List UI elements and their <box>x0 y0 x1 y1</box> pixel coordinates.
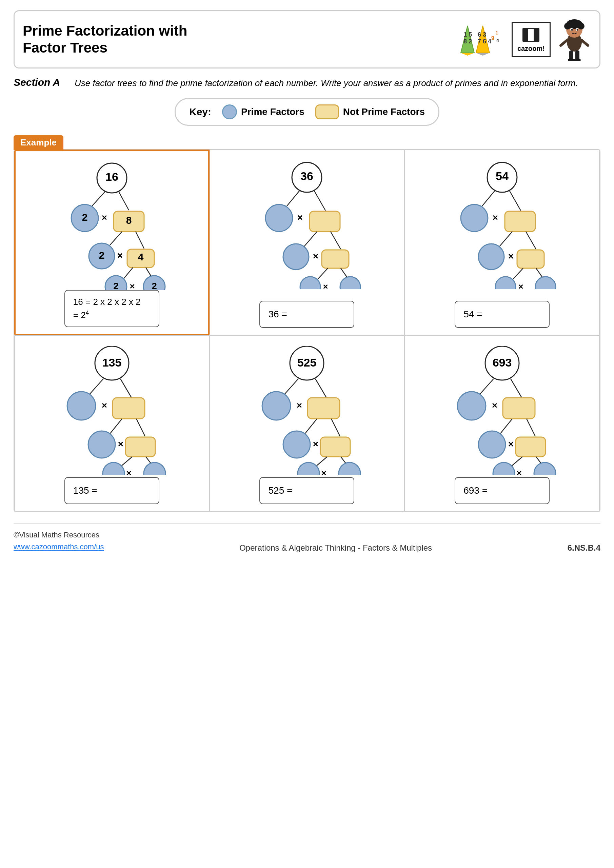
answer-693: 693 = <box>455 477 550 504</box>
svg-rect-91 <box>113 398 145 419</box>
svg-rect-130 <box>516 437 546 457</box>
section-a: Section A Use factor trees to find the p… <box>14 77 600 90</box>
svg-point-118 <box>339 462 360 475</box>
svg-point-82 <box>495 277 516 289</box>
tree-36: 36 × × <box>217 160 397 301</box>
svg-text:×: × <box>321 468 327 475</box>
tree-54: 54 × × <box>412 160 592 301</box>
svg-line-22 <box>561 40 567 45</box>
svg-line-76 <box>526 232 536 249</box>
svg-point-106 <box>262 392 291 420</box>
svg-point-84 <box>535 277 556 289</box>
svg-point-60 <box>283 244 309 270</box>
svg-text:2: 2 <box>82 212 87 223</box>
svg-text:54: 54 <box>496 169 509 183</box>
svg-text:135: 135 <box>102 356 121 369</box>
logo-area: 1 5 8 2 6 3 7 6 4 9 1 4 cazoom! <box>457 22 550 57</box>
svg-text:1 5: 1 5 <box>464 31 472 38</box>
svg-point-99 <box>103 462 124 475</box>
character <box>557 17 591 62</box>
answer-135: 135 = <box>64 477 159 504</box>
footer-left: ©Visual Maths Resources www.cazoommaths.… <box>14 529 104 553</box>
svg-text:1: 1 <box>495 31 498 36</box>
svg-line-23 <box>582 40 588 45</box>
svg-text:2: 2 <box>113 281 119 290</box>
svg-text:7 6 4: 7 6 4 <box>478 38 491 45</box>
svg-text:×: × <box>297 212 303 223</box>
tree-16: 16 2 × 8 2 <box>22 161 202 290</box>
svg-line-127 <box>527 419 535 436</box>
svg-text:×: × <box>323 281 328 289</box>
svg-point-116 <box>298 462 319 475</box>
svg-rect-57 <box>310 211 340 232</box>
footer-link[interactable]: www.cazoommaths.com/us <box>14 542 104 551</box>
svg-text:6 3: 6 3 <box>478 31 486 38</box>
svg-text:×: × <box>508 251 514 261</box>
svg-point-123 <box>457 392 486 420</box>
svg-point-94 <box>88 431 115 458</box>
svg-text:×: × <box>297 400 302 411</box>
svg-line-59 <box>330 232 341 249</box>
svg-line-71 <box>510 191 521 211</box>
svg-text:×: × <box>518 281 524 289</box>
svg-text:×: × <box>126 468 131 475</box>
svg-text:8 2: 8 2 <box>464 38 472 45</box>
cell-693: 693 × × × <box>405 335 600 512</box>
svg-text:525: 525 <box>297 356 317 369</box>
svg-point-133 <box>493 462 515 475</box>
cazoom-logo: cazoom! <box>512 22 550 57</box>
answer-525: 525 = <box>259 477 354 504</box>
cell-36: 36 × × <box>209 150 405 335</box>
svg-line-105 <box>315 379 327 398</box>
svg-rect-108 <box>307 398 340 419</box>
answer-36: 36 = <box>259 301 354 328</box>
svg-text:36: 36 <box>301 169 313 183</box>
tree-135: 135 × × <box>22 346 202 477</box>
svg-point-55 <box>265 205 293 232</box>
svg-point-27 <box>574 58 581 61</box>
svg-point-77 <box>478 244 504 270</box>
svg-point-26 <box>568 58 575 61</box>
svg-text:693: 693 <box>493 356 512 369</box>
cell-54: 54 × × <box>405 150 600 335</box>
grid-row-1: 16 2 × 8 2 <box>14 150 600 335</box>
svg-line-31 <box>119 192 129 210</box>
svg-text:×: × <box>118 439 123 449</box>
main-grid: 16 2 × 8 2 <box>14 149 600 512</box>
page-title: Prime Factorization with Factor Trees <box>23 22 457 57</box>
numbers-graphic: 1 5 8 2 6 3 7 6 4 9 1 4 <box>457 22 505 56</box>
svg-text:16: 16 <box>105 170 118 183</box>
cell-16: 16 2 × 8 2 <box>14 150 209 335</box>
svg-text:×: × <box>313 439 318 449</box>
tree-693: 693 × × × <box>412 346 592 477</box>
svg-marker-1 <box>461 53 474 56</box>
footer-code: 6.NS.B.4 <box>567 543 600 553</box>
answer-54: 54 = <box>455 301 550 328</box>
not-prime-rect-icon <box>315 104 339 119</box>
svg-point-67 <box>340 277 360 289</box>
svg-text:×: × <box>102 212 107 223</box>
svg-text:2: 2 <box>99 250 104 261</box>
grid-row-2: 135 × × <box>14 335 600 512</box>
prime-circle-icon <box>222 104 237 119</box>
section-label: Section A <box>14 77 68 88</box>
svg-text:2: 2 <box>152 281 157 290</box>
svg-point-135 <box>534 462 556 475</box>
svg-text:9: 9 <box>491 35 494 41</box>
key-label: Key: <box>189 106 211 118</box>
svg-point-128 <box>478 431 505 458</box>
svg-text:4: 4 <box>138 251 143 262</box>
svg-point-65 <box>300 277 320 289</box>
cell-135: 135 × × <box>14 335 209 512</box>
answer-16: 16 = 2 x 2 x 2 x 2= 24 <box>64 290 159 327</box>
prime-label: Prime Factors <box>241 107 304 117</box>
svg-line-93 <box>136 419 145 436</box>
svg-marker-3 <box>476 53 490 56</box>
svg-text:×: × <box>130 281 135 290</box>
tree-525: 525 × × × <box>217 346 397 477</box>
not-prime-key-item: Not Prime Factors <box>315 104 425 119</box>
page-footer: ©Visual Maths Resources www.cazoommaths.… <box>14 523 600 553</box>
footer-center: Operations & Algebraic Thinking - Factor… <box>239 543 432 553</box>
svg-rect-96 <box>126 437 155 457</box>
svg-text:×: × <box>492 400 498 411</box>
